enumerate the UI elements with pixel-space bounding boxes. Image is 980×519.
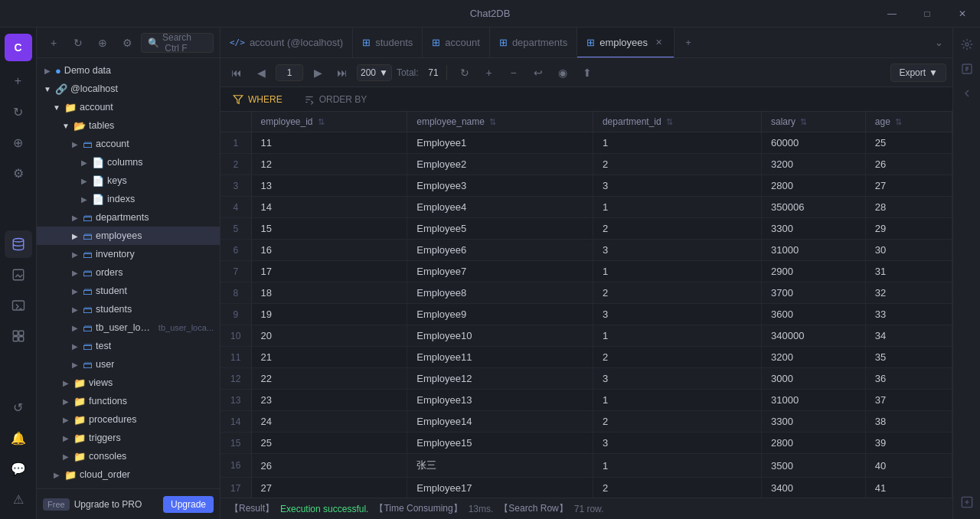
- cell-employee-id[interactable]: 24: [251, 411, 407, 432]
- page-prev-button[interactable]: ◀: [251, 63, 271, 83]
- cell-salary[interactable]: 3200: [762, 154, 866, 175]
- tree-item-consoles[interactable]: ▶ 📁 consoles: [37, 447, 220, 465]
- cell-age[interactable]: 32: [865, 282, 952, 304]
- tree-item-account-table[interactable]: ▶ 🗃 account: [37, 135, 220, 153]
- page-first-button[interactable]: ⏮: [227, 63, 247, 83]
- refresh-data-button[interactable]: ↻: [455, 63, 475, 83]
- undo-button[interactable]: ↩: [528, 63, 548, 83]
- cell-employee-name[interactable]: Employee6: [407, 240, 593, 261]
- cell-employee-name[interactable]: Employee9: [407, 304, 593, 325]
- tree-item-cloud-order[interactable]: ▶ 📁 cloud_order: [37, 465, 220, 484]
- page-last-button[interactable]: ⏭: [332, 63, 352, 83]
- page-number-input[interactable]: [276, 64, 303, 81]
- export-button[interactable]: Export ▼: [890, 64, 946, 82]
- cell-department-id[interactable]: 3: [593, 240, 761, 261]
- delete-row-button[interactable]: −: [504, 63, 524, 83]
- table-row[interactable]: 1222Employee123300036: [220, 368, 952, 390]
- table-row[interactable]: 111Employee116000025: [220, 132, 952, 154]
- cell-employee-name[interactable]: Employee11: [407, 347, 593, 368]
- maximize-button[interactable]: □: [910, 0, 945, 28]
- tree-item-students[interactable]: ▶ 🗃 students: [37, 300, 220, 318]
- right-rail-icon-1[interactable]: [956, 34, 978, 55]
- cell-employee-id[interactable]: 19: [251, 304, 407, 325]
- cell-employee-id[interactable]: 20: [251, 325, 407, 347]
- cell-employee-name[interactable]: Employee10: [407, 325, 593, 347]
- tree-item-demo-data[interactable]: ▶ ● Demo data: [37, 61, 220, 80]
- cell-employee-name[interactable]: Employee2: [407, 154, 593, 175]
- cell-salary[interactable]: 2800: [762, 175, 866, 197]
- tree-item-localhost[interactable]: ▼ 🔗 @localhost: [37, 80, 220, 98]
- cell-salary[interactable]: 3700: [762, 282, 866, 304]
- cell-age[interactable]: 36: [865, 368, 952, 390]
- bell-icon[interactable]: 🔔: [5, 424, 32, 452]
- chart-icon[interactable]: [5, 261, 32, 289]
- cell-salary[interactable]: 3300: [762, 218, 866, 240]
- user-avatar[interactable]: C: [5, 34, 32, 61]
- cell-department-id[interactable]: 3: [593, 175, 761, 197]
- alert-icon[interactable]: ⚠: [5, 485, 32, 513]
- right-rail-icon-2[interactable]: [956, 58, 978, 80]
- cell-age[interactable]: 41: [865, 478, 952, 498]
- tab-console[interactable]: </> account (@localhost): [220, 28, 353, 58]
- search-bar[interactable]: 🔍 Search Ctrl F: [141, 33, 214, 53]
- cell-department-id[interactable]: 2: [593, 154, 761, 175]
- table-row[interactable]: 1323Employee1313100037: [220, 390, 952, 411]
- col-header-department-id[interactable]: department_id ⇅: [593, 112, 761, 132]
- cell-salary[interactable]: 3300: [762, 411, 866, 432]
- sidebar-nav-button[interactable]: ⊕: [92, 32, 113, 54]
- tree-item-procedures[interactable]: ▶ 📁 procedures: [37, 410, 220, 429]
- cell-employee-name[interactable]: Employee14: [407, 411, 593, 432]
- cell-employee-id[interactable]: 22: [251, 368, 407, 390]
- cell-salary[interactable]: 31000: [762, 240, 866, 261]
- table-row[interactable]: 515Employee52330029: [220, 218, 952, 240]
- cell-age[interactable]: 28: [865, 197, 952, 218]
- cell-age[interactable]: 39: [865, 432, 952, 454]
- cell-department-id[interactable]: 1: [593, 390, 761, 411]
- table-row[interactable]: 1525Employee153280039: [220, 432, 952, 454]
- tree-item-inventory[interactable]: ▶ 🗃 inventory: [37, 245, 220, 263]
- cell-age[interactable]: 27: [865, 175, 952, 197]
- cell-department-id[interactable]: 1: [593, 325, 761, 347]
- cell-age[interactable]: 35: [865, 347, 952, 368]
- terminal-icon[interactable]: [5, 292, 32, 319]
- tree-item-test[interactable]: ▶ 🗃 test: [37, 337, 220, 355]
- cell-age[interactable]: 31: [865, 261, 952, 282]
- tree-item-student[interactable]: ▶ 🗃 student: [37, 282, 220, 300]
- cell-department-id[interactable]: 1: [593, 197, 761, 218]
- table-row[interactable]: 414Employee4135000628: [220, 197, 952, 218]
- cell-department-id[interactable]: 1: [593, 454, 761, 478]
- add-connection-button[interactable]: +: [5, 67, 32, 95]
- table-row[interactable]: 1626张三1350040: [220, 454, 952, 478]
- upgrade-button[interactable]: Upgrade: [163, 496, 214, 513]
- cell-age[interactable]: 33: [865, 304, 952, 325]
- sidebar-add-button[interactable]: +: [43, 32, 64, 54]
- cell-employee-name[interactable]: Employee1: [407, 132, 593, 154]
- cell-salary[interactable]: 350006: [762, 197, 866, 218]
- tree-item-columns[interactable]: ▶ 📄 columns: [37, 153, 220, 171]
- refresh-button[interactable]: ↻: [5, 98, 32, 126]
- tree-item-functions[interactable]: ▶ 📁 functions: [37, 392, 220, 410]
- cell-salary[interactable]: 2800: [762, 432, 866, 454]
- cell-employee-name[interactable]: Employee4: [407, 197, 593, 218]
- cell-employee-id[interactable]: 25: [251, 432, 407, 454]
- table-row[interactable]: 616Employee633100030: [220, 240, 952, 261]
- cell-department-id[interactable]: 2: [593, 347, 761, 368]
- cell-employee-name[interactable]: Employee7: [407, 261, 593, 282]
- sidebar-refresh-button[interactable]: ↻: [67, 32, 89, 54]
- cell-salary[interactable]: 3000: [762, 368, 866, 390]
- nav-button[interactable]: ⊕: [5, 129, 32, 156]
- settings-button[interactable]: ⚙: [5, 159, 32, 187]
- cell-department-id[interactable]: 2: [593, 411, 761, 432]
- cell-employee-id[interactable]: 23: [251, 390, 407, 411]
- tab-students[interactable]: ⊞ students: [353, 28, 423, 58]
- where-filter-button[interactable]: WHERE: [227, 91, 289, 108]
- cell-employee-id[interactable]: 13: [251, 175, 407, 197]
- table-row[interactable]: 1424Employee142330038: [220, 411, 952, 432]
- cell-salary[interactable]: 3600: [762, 304, 866, 325]
- cell-department-id[interactable]: 3: [593, 368, 761, 390]
- cell-salary[interactable]: 3500: [762, 454, 866, 478]
- cell-employee-name[interactable]: 张三: [407, 454, 593, 478]
- cell-employee-id[interactable]: 12: [251, 154, 407, 175]
- plugins-icon[interactable]: [5, 322, 32, 350]
- cell-department-id[interactable]: 1: [593, 261, 761, 282]
